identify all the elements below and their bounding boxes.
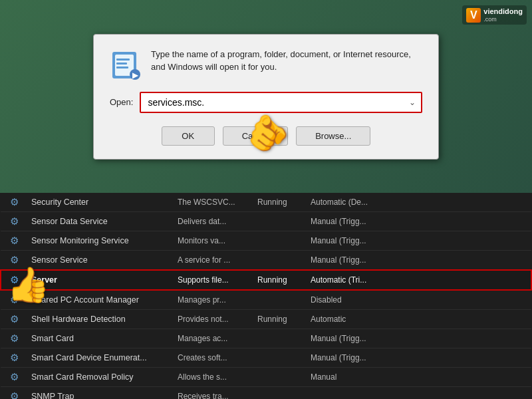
service-description: Creates soft... <box>174 348 253 368</box>
service-gear-icon: ⚙ <box>10 313 19 325</box>
service-icon-cell: ⚙ <box>1 329 27 348</box>
run-description: Type the name of a program, folder, docu… <box>151 48 422 74</box>
svg-rect-4 <box>116 66 128 68</box>
service-description: The WSCSVC... <box>174 193 253 212</box>
open-label: Open: <box>110 97 133 107</box>
logo-sub: .com <box>483 16 523 23</box>
service-startup: Disabled <box>307 290 531 310</box>
service-name: Sensor Monitoring Service <box>27 231 174 251</box>
service-description: Manages pr... <box>174 290 253 310</box>
service-icon-cell: ⚙ <box>1 368 27 387</box>
service-description: Receives tra... <box>174 387 253 400</box>
bottom-section: 👍 ⚙Security CenterThe WSCSVC...RunningAu… <box>0 193 532 399</box>
service-status <box>253 368 307 387</box>
service-description: Monitors va... <box>174 231 253 251</box>
service-gear-icon: ⚙ <box>10 332 19 344</box>
service-status <box>253 387 307 400</box>
service-gear-icon: ⚙ <box>10 235 19 247</box>
service-icon-cell: ⚙ <box>1 387 27 400</box>
service-startup: Manual <box>307 368 531 387</box>
service-gear-icon: ⚙ <box>10 390 19 399</box>
run-input-row: Open: ⌄ <box>110 92 422 113</box>
table-row[interactable]: ⚙SNMP TrapReceives tra... <box>1 387 531 400</box>
service-name: Smart Card <box>27 329 174 348</box>
service-name: Security Center <box>27 193 174 212</box>
service-gear-icon: ⚙ <box>10 196 19 208</box>
logo-badge: V viendidong .com <box>462 5 527 25</box>
service-description: Allows the s... <box>174 368 253 387</box>
service-icon-cell: ⚙ <box>1 231 27 251</box>
run-input[interactable] <box>141 93 404 112</box>
service-icon-cell: ⚙ <box>1 310 27 329</box>
service-startup: Automatic <box>307 310 531 329</box>
service-status <box>253 212 307 231</box>
service-icon-cell: ⚙ <box>1 212 27 231</box>
service-description: Delivers dat... <box>174 212 253 231</box>
service-name: SNMP Trap <box>27 387 174 400</box>
service-status: Running <box>253 310 307 329</box>
service-icon-cell: ⚙ <box>1 348 27 368</box>
table-row[interactable]: ⚙Security CenterThe WSCSVC...RunningAuto… <box>1 193 531 212</box>
service-status <box>253 329 307 348</box>
service-gear-icon: ⚙ <box>10 352 19 364</box>
svg-rect-3 <box>116 63 127 65</box>
service-name: Smart Card Device Enumerat... <box>27 348 174 368</box>
dropdown-arrow-icon[interactable]: ⌄ <box>404 98 421 107</box>
table-row[interactable]: ⚙Smart Card Removal PolicyAllows the s..… <box>1 368 531 387</box>
service-status <box>253 348 307 368</box>
table-row[interactable]: ⚙Sensor ServiceA service for ...Manual (… <box>1 251 531 271</box>
service-startup: Automatic (Tri... <box>307 270 531 290</box>
service-startup: Automatic (De... <box>307 193 531 212</box>
service-icon-cell: ⚙ <box>1 193 27 212</box>
service-status: Running <box>253 270 307 290</box>
table-row[interactable]: ⚙Smart CardManages ac...Manual (Trigg... <box>1 329 531 348</box>
browse-button[interactable]: Browse... <box>296 126 370 146</box>
service-name: Shell Hardware Detection <box>27 310 174 329</box>
hand-pointer-left: 👍 <box>7 265 50 305</box>
service-description: Supports file... <box>174 270 253 290</box>
table-row[interactable]: ⚙Smart Card Device Enumerat...Creates so… <box>1 348 531 368</box>
table-row[interactable]: ⚙Shared PC Account ManagerManages pr...D… <box>1 290 531 310</box>
table-row[interactable]: ⚙ServerSupports file...RunningAutomatic … <box>1 270 531 290</box>
service-description: Manages ac... <box>174 329 253 348</box>
hand-pointer-top: 🫵 <box>243 109 293 156</box>
service-startup: Manual (Trigg... <box>307 251 531 271</box>
service-gear-icon: ⚙ <box>10 371 19 383</box>
service-status <box>253 290 307 310</box>
svg-rect-2 <box>116 59 130 61</box>
run-icon: ▶ <box>110 49 142 81</box>
table-row[interactable]: ⚙Sensor Monitoring ServiceMonitors va...… <box>1 231 531 251</box>
service-name: Sensor Data Service <box>27 212 174 231</box>
service-startup <box>307 387 531 400</box>
service-status <box>253 231 307 251</box>
service-status: Running <box>253 193 307 212</box>
service-startup: Manual (Trigg... <box>307 212 531 231</box>
service-startup: Manual (Trigg... <box>307 231 531 251</box>
service-status <box>253 251 307 271</box>
service-description: A service for ... <box>174 251 253 271</box>
ok-button[interactable]: OK <box>162 126 215 146</box>
service-description: Provides not... <box>174 310 253 329</box>
services-table: ⚙Security CenterThe WSCSVC...RunningAuto… <box>0 193 532 399</box>
service-name: Smart Card Removal Policy <box>27 368 174 387</box>
logo-icon: V <box>466 8 481 23</box>
table-row[interactable]: ⚙Shell Hardware DetectionProvides not...… <box>1 310 531 329</box>
run-dialog-header: ▶ Type the name of a program, folder, do… <box>110 48 422 81</box>
logo-text-block: viendidong .com <box>483 7 523 23</box>
top-section: ▶ Type the name of a program, folder, do… <box>0 0 532 193</box>
logo-brand: viendidong <box>483 7 523 16</box>
service-startup: Manual (Trigg... <box>307 329 531 348</box>
service-startup: Manual (Trigg... <box>307 348 531 368</box>
service-gear-icon: ⚙ <box>10 215 19 227</box>
table-row[interactable]: ⚙Sensor Data ServiceDelivers dat...Manua… <box>1 212 531 231</box>
